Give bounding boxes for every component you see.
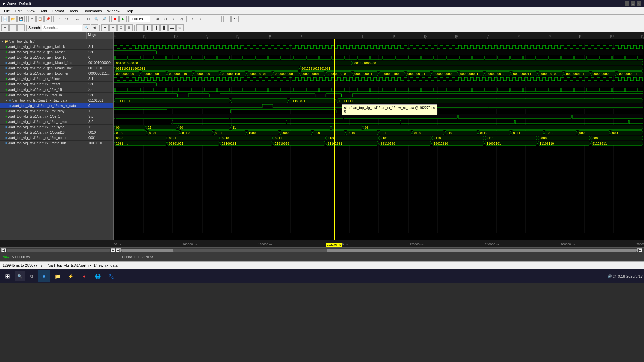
- signal-row-4[interactable]: ⊞/uart_top_vlg_tst/i1/baud_gen_1/baud_fr…: [0, 60, 113, 66]
- waveform-rows[interactable]: sim:/uart_top_vlg_tst/i1/uart_rx_1/new_r…: [114, 39, 644, 240]
- zoom-full-btn[interactable]: ⊡: [117, 24, 125, 31]
- stop-btn[interactable]: ■: [111, 16, 119, 22]
- snap-btn[interactable]: ⊞: [223, 16, 231, 22]
- search-go-btn[interactable]: 🔍: [83, 24, 90, 31]
- maximize-button[interactable]: □: [631, 1, 635, 6]
- signal-row-6[interactable]: ⊞/uart_top_vlg_tst/i1/baud_gen_1/counter…: [0, 71, 113, 76]
- signal-row-9[interactable]: ⊕/uart_top_vlg_tst/i1/uart_rx_1/ce_16St0: [0, 87, 113, 93]
- next-btn[interactable]: ▷: [170, 16, 177, 22]
- menu-view[interactable]: View: [24, 8, 38, 14]
- signal-row-17[interactable]: ⊞/uart_top_vlg_tst/i1/uart_rx_1/count160…: [0, 130, 113, 135]
- right-btn[interactable]: →: [213, 16, 220, 22]
- taskbar-app1[interactable]: ⚡: [65, 270, 77, 282]
- minimize-button[interactable]: ─: [625, 1, 629, 6]
- expand-icon-0[interactable]: ▼: [1, 40, 4, 43]
- menu-edit[interactable]: Edit: [13, 8, 24, 14]
- signal-value-6: 0000000111...: [87, 72, 113, 75]
- signal-name-text-8: /uart_top_vlg_tst/i1/uart_rx_1/reset: [8, 82, 60, 86]
- save-btn[interactable]: 💾: [17, 16, 25, 22]
- search-back-btn[interactable]: ◀: [91, 24, 98, 31]
- signal-row-12[interactable]: ⊞/uart_top_vlg_tst/i1/uart_rx_1/new_rx_d…: [0, 103, 113, 109]
- signal-row-5[interactable]: ⊞/uart_top_vlg_tst/i1/baud_gen_1/baud_li…: [0, 66, 113, 71]
- menu-tools[interactable]: Tools: [67, 8, 81, 14]
- scrollbar-area[interactable]: ◀ ▶ ◀ ▶: [0, 247, 644, 253]
- taskbar-explorer[interactable]: 📁: [51, 270, 63, 282]
- step-btn[interactable]: ⏭: [154, 16, 161, 22]
- scroll-right-wave[interactable]: ▶: [637, 248, 642, 252]
- print-btn[interactable]: 🖨: [74, 16, 81, 22]
- menu-bookmarks[interactable]: Bookmarks: [80, 8, 104, 14]
- waveform-canvas[interactable]: [114, 39, 643, 233]
- menu-add[interactable]: Add: [38, 8, 50, 14]
- time-input[interactable]: [130, 16, 150, 22]
- run-btn[interactable]: ▶: [119, 16, 127, 22]
- signal-row-16[interactable]: ⊞/uart_top_vlg_tst/i1/uart_rx_1/in_sync1…: [0, 125, 113, 130]
- step-back-btn[interactable]: ⏮: [162, 16, 169, 22]
- marker5-btn[interactable]: ▬: [168, 24, 176, 31]
- taskbar-app2[interactable]: ♠: [78, 270, 90, 282]
- svg-text:240000 ns: 240000 ns: [485, 243, 499, 246]
- status-signal: /uart_top_vlg_tst/i1/uart_rx_1/new_rx_da…: [48, 263, 118, 267]
- signal-row-19[interactable]: ⊞/uart_top_vlg_tst/i1/uart_rx_1/data_buf…: [0, 141, 113, 146]
- zoom-in-btn[interactable]: 🔍: [93, 16, 100, 22]
- search-taskbar[interactable]: 🔍: [15, 271, 25, 281]
- wave-btn[interactable]: 〜: [231, 16, 239, 22]
- cursor-time-marker: 192270 ns: [326, 243, 342, 247]
- marker4-btn[interactable]: █: [160, 24, 168, 31]
- signal-row-3[interactable]: ⊕/uart_top_vlg_tst/i1/baud_gen_1/ce_160: [0, 55, 113, 60]
- cut-btn[interactable]: ✂: [28, 16, 36, 22]
- scroll-left-wave[interactable]: ◀: [116, 248, 121, 252]
- signal-row-1[interactable]: ⊕/uart_top_vlg_tst/i1/baud_gen_1/clockSt…: [0, 44, 113, 50]
- signal-row-2[interactable]: ⊕/uart_top_vlg_tst/i1/baud_gen_1/resetSt…: [0, 50, 113, 55]
- signal-row-7[interactable]: ⊕/uart_top_vlg_tst/i1/uart_rx_1/clockSt1: [0, 76, 113, 82]
- menu-window[interactable]: Window: [105, 8, 123, 14]
- signal-row-15[interactable]: ⊕/uart_top_vlg_tst/i1/uart_rx_1/ce_1_mid…: [0, 119, 113, 125]
- scroll-left-signal[interactable]: ◀: [1, 248, 6, 252]
- taskbar-app3[interactable]: 🐾: [105, 270, 117, 282]
- menu-format[interactable]: Format: [50, 8, 67, 14]
- new-btn[interactable]: 📄: [1, 16, 9, 22]
- start-button[interactable]: ⊞: [1, 270, 13, 282]
- search-input[interactable]: [42, 25, 82, 31]
- tb2-btn3[interactable]: ↑: [17, 24, 25, 31]
- marker6-btn[interactable]: ▭: [176, 24, 184, 31]
- menu-file[interactable]: File: [1, 8, 13, 14]
- up-btn[interactable]: ↑: [189, 16, 196, 22]
- signal-row-13[interactable]: ⊕/uart_top_vlg_tst/i1/uart_rx_1/rx_busy1: [0, 109, 113, 114]
- down-btn[interactable]: ↓: [197, 16, 204, 22]
- signal-row-8[interactable]: ⊕/uart_top_vlg_tst/i1/uart_rx_1/resetSt1: [0, 82, 113, 87]
- zoom-out-btn[interactable]: 🔎: [101, 16, 108, 22]
- signal-row-18[interactable]: ⊞/uart_top_vlg_tst/i1/uart_rx_1/bit_coun…: [0, 135, 113, 141]
- scroll-right-signal[interactable]: ▶: [111, 248, 115, 252]
- tb2-btn1[interactable]: +: [1, 24, 9, 31]
- close-button[interactable]: ✕: [637, 1, 641, 6]
- waveform-panel[interactable]: |15|16|17|18|19|0|1|2|3|4|5|6|7|8|9|10|1…: [114, 32, 644, 240]
- redo-btn[interactable]: ↪: [63, 16, 70, 22]
- zoom-sel-btn[interactable]: ⊞: [125, 24, 133, 31]
- marker1-btn[interactable]: |: [136, 24, 144, 31]
- left-btn[interactable]: ←: [205, 16, 212, 22]
- prev-btn[interactable]: ◁: [178, 16, 185, 22]
- undo-btn[interactable]: ↩: [55, 16, 62, 22]
- marker3-btn[interactable]: ▐: [152, 24, 160, 31]
- copy-btn[interactable]: 📋: [36, 16, 44, 22]
- signal-row-10[interactable]: ⊕/uart_top_vlg_tst/i1/uart_rx_1/ser_inSt…: [0, 93, 113, 98]
- zoom-in2-btn[interactable]: +: [101, 24, 109, 31]
- signal-row-0[interactable]: ▼📁/uart_top_vlg_tst/i: [0, 39, 113, 44]
- signal-name-text-11: /uart_top_vlg_tst/i1/uart_rx_1/rx_data: [12, 99, 67, 102]
- taskbar-ie[interactable]: e: [38, 270, 50, 282]
- menu-help[interactable]: Help: [123, 8, 136, 14]
- expand-icon-11[interactable]: ▼: [5, 99, 8, 102]
- signal-row-14[interactable]: ⊕/uart_top_vlg_tst/i1/uart_rx_1/ce_1St0: [0, 114, 113, 119]
- signal-row-11[interactable]: ▼⊞/uart_top_vlg_tst/i1/uart_rx_1/rx_data…: [0, 98, 113, 103]
- zoom-fit-btn[interactable]: ⊡: [85, 16, 92, 22]
- marker2-btn[interactable]: ▌: [144, 24, 152, 31]
- taskview-btn[interactable]: ⧉: [26, 271, 37, 281]
- tb2-btn2[interactable]: -: [9, 24, 17, 31]
- cursor-line: [334, 39, 335, 240]
- taskbar-chrome[interactable]: 🌐: [92, 270, 104, 282]
- paste-btn[interactable]: 📌: [44, 16, 52, 22]
- zoom-out2-btn[interactable]: −: [109, 24, 117, 31]
- signal-value-10: St1: [87, 93, 113, 97]
- open-btn[interactable]: 📂: [9, 16, 17, 22]
